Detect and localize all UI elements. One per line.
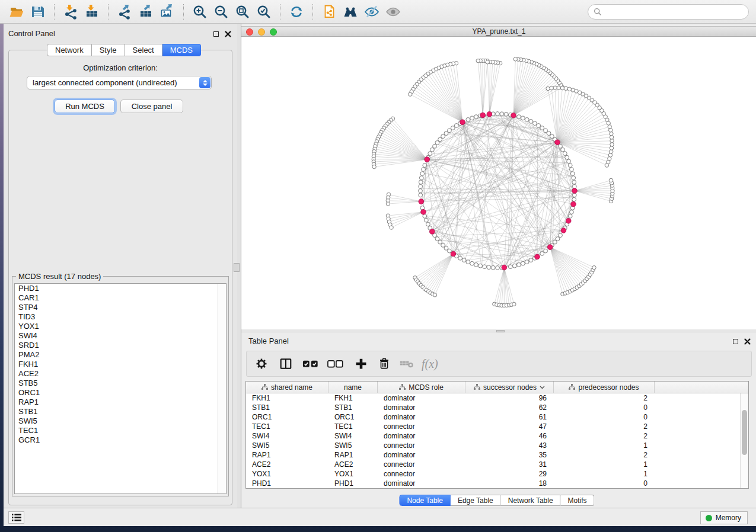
result-node-item[interactable]: GCR1 xyxy=(15,435,226,445)
open-file-button[interactable] xyxy=(8,3,25,21)
result-node-item[interactable]: CAR1 xyxy=(15,293,226,303)
close-traffic-light-icon[interactable] xyxy=(246,28,253,36)
table-cell: YOX1 xyxy=(328,469,378,479)
control-panel-float-button[interactable] xyxy=(212,30,220,38)
table-cell: 31 xyxy=(465,460,554,469)
task-history-button[interactable] xyxy=(8,511,24,524)
result-node-item[interactable]: SWI4 xyxy=(15,331,226,341)
table-row[interactable]: TEC1TEC1connector472 xyxy=(246,422,748,431)
splitter-grip-icon[interactable] xyxy=(496,330,505,332)
tab-motifs[interactable]: Motifs xyxy=(561,495,595,506)
result-node-item[interactable]: ACE2 xyxy=(15,369,226,379)
control-panel-close-button[interactable] xyxy=(224,30,232,38)
table-cell: 2 xyxy=(554,393,655,403)
table-cell: connector xyxy=(378,422,465,431)
select-all-rows-button[interactable] xyxy=(302,356,319,371)
tab-edge-table[interactable]: Edge Table xyxy=(451,495,501,506)
save-session-button[interactable] xyxy=(29,3,47,21)
result-node-item[interactable]: RAP1 xyxy=(15,398,226,407)
result-node-item[interactable]: PMA2 xyxy=(15,350,226,360)
table-row[interactable]: RAP1RAP1dominator352 xyxy=(246,450,748,460)
result-node-item[interactable]: YOX1 xyxy=(15,322,226,331)
hide-selected-button[interactable] xyxy=(363,3,381,21)
network-graph[interactable] xyxy=(241,37,756,329)
result-node-item[interactable]: PHD1 xyxy=(15,284,226,293)
window-controls xyxy=(246,27,277,37)
result-node-item[interactable]: ORC1 xyxy=(15,388,226,398)
binoculars-icon xyxy=(343,4,358,20)
optimization-criterion-dropdown[interactable]: largest connected component (undirected) xyxy=(27,76,212,89)
result-node-item[interactable]: TID3 xyxy=(15,312,226,322)
zoom-fit-button[interactable] xyxy=(234,3,251,21)
clone-network-button[interactable] xyxy=(320,3,338,21)
column-header-shared-name[interactable]: shared name xyxy=(246,382,328,393)
table-row[interactable]: PHD1PHD1dominator180 xyxy=(246,479,748,488)
tab-network-table[interactable]: Network Table xyxy=(501,495,561,506)
refresh-layout-button[interactable] xyxy=(288,3,305,21)
scrollbar-thumb[interactable] xyxy=(742,410,747,455)
zoom-out-button[interactable] xyxy=(212,3,230,21)
table-row[interactable]: STB1STB1dominator620 xyxy=(246,403,748,412)
mcds-result-group: MCDS result (17 nodes) PHD1CAR1STP4TID3Y… xyxy=(12,276,229,496)
close-panel-button[interactable]: Close panel xyxy=(120,100,183,113)
function-builder-button[interactable]: f(x) xyxy=(422,356,438,371)
column-header-predecessor-nodes[interactable]: predecessor nodes xyxy=(554,382,655,393)
table-row[interactable]: YOX1YOX1connector291 xyxy=(246,469,748,479)
table-settings-button[interactable] xyxy=(255,356,268,371)
control-tab-style[interactable]: Style xyxy=(92,44,125,56)
result-node-item[interactable]: TEC1 xyxy=(15,426,226,435)
delete-table-button[interactable] xyxy=(400,356,414,371)
column-header-MCDS-role[interactable]: MCDS role xyxy=(378,382,465,393)
result-node-item[interactable]: SWI5 xyxy=(15,416,226,426)
zoom-in-button[interactable] xyxy=(191,3,209,21)
mcds-result-list[interactable]: PHD1CAR1STP4TID3YOX1SWI4SRD1PMA2FKH1ACE2… xyxy=(14,283,227,494)
result-node-item[interactable]: FKH1 xyxy=(15,360,226,369)
table-type-tabs: Node TableEdge TableNetwork TableMotifs xyxy=(399,495,594,506)
import-network-button[interactable] xyxy=(62,3,79,21)
zoom-selected-button[interactable] xyxy=(255,3,273,21)
memory-button[interactable]: Memory xyxy=(700,511,748,524)
deselect-all-rows-button[interactable] xyxy=(327,356,344,371)
export-table-button[interactable] xyxy=(137,3,155,21)
column-header-name[interactable]: name xyxy=(328,382,378,393)
table-row[interactable]: SWI4SWI4dominator462 xyxy=(246,431,748,441)
table-scrollbar[interactable] xyxy=(740,393,748,488)
table-cell: 46 xyxy=(465,431,554,441)
export-network-button[interactable] xyxy=(116,3,133,21)
result-node-item[interactable]: SRD1 xyxy=(15,341,226,350)
result-list-scrollbar[interactable] xyxy=(218,284,226,493)
result-node-item[interactable]: STP4 xyxy=(15,303,226,312)
app-window: Control Panel NetworkStyleSelectMCDS Opt… xyxy=(4,24,756,526)
table-row[interactable]: ORC1ORC1dominator610 xyxy=(246,412,748,422)
show-column-panel-button[interactable] xyxy=(279,356,293,371)
result-node-item[interactable]: STB1 xyxy=(15,407,226,416)
maximize-traffic-light-icon[interactable] xyxy=(270,28,277,36)
splitter-grip-icon[interactable] xyxy=(234,263,240,272)
table-row[interactable]: FKH1FKH1dominator962 xyxy=(246,393,748,403)
delete-columns-button[interactable] xyxy=(378,356,391,371)
export-image-button[interactable] xyxy=(158,3,176,21)
column-header-successor-nodes[interactable]: successor nodes xyxy=(465,382,554,393)
table-panel-float-button[interactable] xyxy=(732,338,739,345)
run-mcds-button[interactable]: Run MCDS xyxy=(55,100,115,113)
table-row[interactable]: ACE2ACE2connector311 xyxy=(246,460,748,469)
control-tab-select[interactable]: Select xyxy=(125,44,162,56)
import-table-button[interactable] xyxy=(83,3,101,21)
control-tab-network[interactable]: Network xyxy=(47,44,92,56)
table-row[interactable]: SWI5SWI5connector431 xyxy=(246,441,748,450)
create-column-button[interactable] xyxy=(355,356,368,371)
table-cell: connector xyxy=(378,441,465,450)
show-all-button[interactable] xyxy=(384,3,402,21)
tab-node-table[interactable]: Node Table xyxy=(399,495,451,506)
node-table[interactable]: shared namenameMCDS rolesuccessor nodesp… xyxy=(245,381,749,489)
search-input[interactable] xyxy=(605,7,743,16)
table-panel-close-button[interactable] xyxy=(744,338,751,345)
minimize-traffic-light-icon[interactable] xyxy=(258,28,265,36)
table-cell: TEC1 xyxy=(328,422,378,431)
network-canvas[interactable] xyxy=(241,37,756,329)
result-node-item[interactable]: STB5 xyxy=(15,379,226,388)
first-neighbors-button[interactable] xyxy=(342,3,359,21)
control-tab-mcds[interactable]: MCDS xyxy=(162,44,201,56)
toolbar-separator xyxy=(54,4,55,20)
toolbar-separator xyxy=(183,4,184,20)
